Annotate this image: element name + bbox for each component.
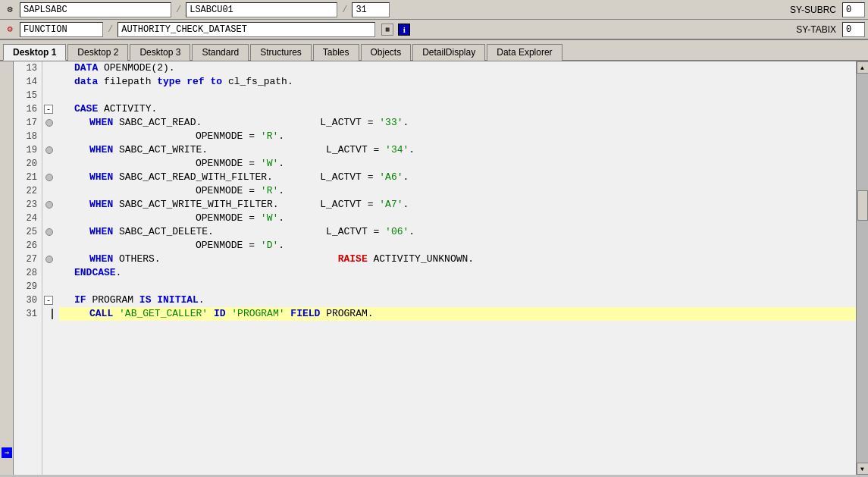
sep-3: /: [106, 24, 114, 35]
tab-objects[interactable]: Objects: [361, 44, 412, 61]
type-field[interactable]: FUNCTION: [20, 22, 103, 37]
code-line-31: CALL 'AB_GET_CALLER' ID 'PROGRAM' FIELD …: [59, 307, 856, 321]
code-line-14: data filepath type ref to cl_fs_path.: [59, 75, 856, 89]
line-num-18: 18: [14, 130, 42, 143]
line-num-26: 26: [14, 239, 42, 253]
code-line-18: OPENMODE = 'R' .: [59, 130, 856, 143]
bp-20: [42, 157, 56, 171]
program-field[interactable]: SAPLSABC: [20, 2, 171, 17]
settings-icon-1: ⚙: [3, 3, 17, 17]
bp-15: [42, 89, 56, 102]
sy-subrc-value[interactable]: 0: [842, 2, 865, 17]
line-field[interactable]: 31: [352, 2, 390, 17]
scroll-track[interactable]: [857, 74, 869, 463]
code-line-17: WHEN SABC_ACT_READ. L_ACTVT = '33' .: [59, 116, 856, 130]
bp-dot-17[interactable]: [45, 119, 53, 127]
line-num-19: 19: [14, 143, 42, 157]
bp-dot-21[interactable]: [45, 174, 53, 181]
tab-desktop1[interactable]: Desktop 1: [3, 44, 66, 61]
line-num-29: 29: [14, 280, 42, 293]
sep-2: /: [340, 5, 349, 15]
settings-icon-2: ⚙: [3, 23, 17, 36]
bp-29: [42, 280, 56, 293]
tab-dataexplorer[interactable]: Data Explorer: [487, 44, 562, 61]
current-line-arrow: ⇒: [2, 447, 12, 458]
bp-17[interactable]: [42, 116, 56, 130]
tab-structures[interactable]: Structures: [250, 44, 312, 61]
tab-detaildisplay[interactable]: DetailDisplay: [412, 44, 485, 61]
line-numbers: 13 14 15 16 17 18 19 20 21 22 23 24 25 2…: [14, 61, 42, 475]
bp-dot-19[interactable]: [45, 146, 53, 154]
bp-dot-25[interactable]: [45, 228, 53, 236]
line-num-21: 21: [14, 171, 42, 184]
expand-30[interactable]: -: [44, 296, 53, 305]
info-icon[interactable]: i: [398, 24, 410, 36]
code-line-24: OPENMODE = 'W' .: [59, 212, 856, 225]
bp-13: [42, 61, 56, 75]
code-line-13: DATA OPENMODE(2).: [59, 61, 856, 75]
toolbar-row-2: ⚙ FUNCTION / AUTHORITY_CHECK_DATASET ▦ i…: [0, 20, 868, 39]
bp-14: [42, 75, 56, 89]
bp-25[interactable]: [42, 225, 56, 239]
left-gutter: ⇒: [0, 61, 14, 475]
line-num-16: 16: [14, 102, 42, 116]
line-num-13: 13: [14, 61, 42, 75]
code-line-29: [59, 280, 856, 293]
line-num-25: 25: [14, 225, 42, 239]
tabs-bar: Desktop 1 Desktop 2 Desktop 3 Standard S…: [0, 40, 868, 61]
code-line-23: WHEN SABC_ACT_WRITE_WITH_FILTER. L_ACTVT…: [59, 198, 856, 212]
bp-23[interactable]: [42, 198, 56, 212]
bp-24: [42, 212, 56, 225]
bp-dot-27[interactable]: [45, 256, 53, 263]
sep-1: /: [174, 5, 183, 15]
function-field[interactable]: AUTHORITY_CHECK_DATASET: [118, 22, 375, 37]
sy-subrc-label: SY-SUBRC: [790, 5, 836, 15]
code-line-21: WHEN SABC_ACT_READ_WITH_FILTER. L_ACTVT …: [59, 171, 856, 184]
bp-18: [42, 130, 56, 143]
line-num-23: 23: [14, 198, 42, 212]
tab-desktop3[interactable]: Desktop 3: [130, 44, 190, 61]
line-num-28: 28: [14, 266, 42, 280]
tab-tables[interactable]: Tables: [313, 44, 359, 61]
toolbar-row-1: ⚙ SAPLSABC / LSABCU01 / 31 SY-SUBRC 0: [0, 0, 868, 20]
line-num-30: 30: [14, 293, 42, 307]
code-line-22: OPENMODE = 'R' .: [59, 184, 856, 198]
bp-27[interactable]: [42, 253, 56, 266]
code-line-28: ENDCASE .: [59, 266, 856, 280]
code-line-16: CASE ACTIVITY.: [59, 102, 856, 116]
include-field[interactable]: LSABCU01: [186, 2, 337, 17]
bp-22: [42, 184, 56, 198]
sy-tabix-label: SY-TABIX: [796, 24, 836, 35]
code-line-27: WHEN OTHERS. RAISE ACTIVITY_UNKNOWN.: [59, 253, 856, 266]
line-num-31: 31: [14, 307, 42, 321]
code-line-15: [59, 89, 856, 102]
tab-standard[interactable]: Standard: [192, 44, 249, 61]
bp-19[interactable]: [42, 143, 56, 157]
bp-16: -: [42, 102, 56, 116]
bp-26: [42, 239, 56, 253]
scroll-down-button[interactable]: ▼: [857, 463, 869, 475]
code-container: ⇒ 13 14 15 16 17 18 19 20 21 22 23 24 25…: [0, 61, 868, 475]
line-num-24: 24: [14, 212, 42, 225]
bp-dot-23[interactable]: [45, 201, 53, 209]
code-line-25: WHEN SABC_ACT_DELETE. L_ACTVT = '06' .: [59, 225, 856, 239]
bp-31: [42, 307, 56, 321]
code-body[interactable]: DATA OPENMODE(2). data filepath type ref…: [56, 61, 856, 475]
bp-28: [42, 266, 56, 280]
bp-30: -: [42, 293, 56, 307]
line-num-15: 15: [14, 89, 42, 102]
bp-21[interactable]: [42, 171, 56, 184]
sy-tabix-value[interactable]: 0: [842, 22, 865, 37]
expand-16[interactable]: -: [44, 105, 53, 114]
grid-icon[interactable]: ▦: [381, 24, 393, 36]
tab-desktop2[interactable]: Desktop 2: [67, 44, 128, 61]
scroll-up-button[interactable]: ▲: [857, 61, 869, 74]
scroll-thumb[interactable]: [857, 190, 868, 221]
scrollbar-vertical[interactable]: ▲ ▼: [856, 61, 868, 475]
line-num-17: 17: [14, 116, 42, 130]
code-line-19: WHEN SABC_ACT_WRITE. L_ACTVT = '34' .: [59, 143, 856, 157]
breakpoint-col: - -: [42, 61, 56, 475]
toolbar: ⚙ SAPLSABC / LSABCU01 / 31 SY-SUBRC 0 ⚙ …: [0, 0, 868, 40]
line-num-22: 22: [14, 184, 42, 198]
code-line-26: OPENMODE = 'D' .: [59, 239, 856, 253]
